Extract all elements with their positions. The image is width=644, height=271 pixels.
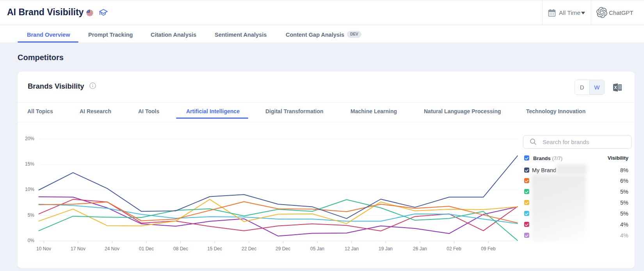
svg-text:X: X (614, 85, 617, 90)
